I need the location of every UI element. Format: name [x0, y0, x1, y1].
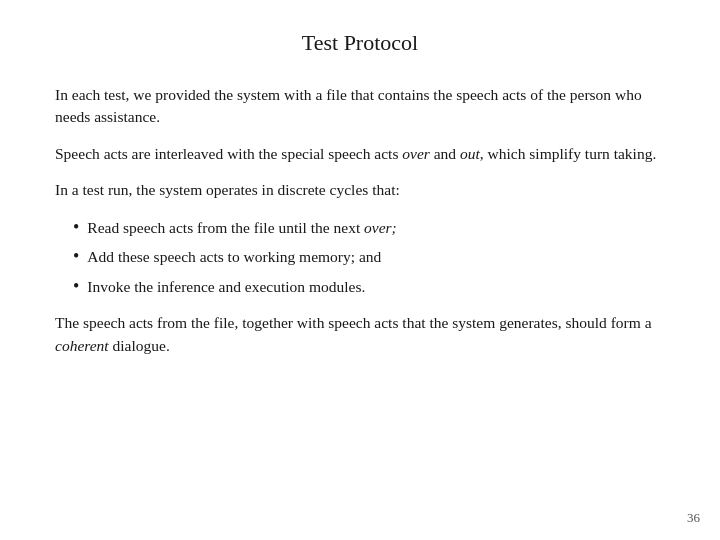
p2-mid: and: [430, 145, 460, 162]
bullet-dot-3: •: [73, 275, 79, 298]
paragraph-1: In each test, we provided the system wit…: [55, 84, 665, 129]
list-item: • Invoke the inference and execution mod…: [73, 275, 665, 298]
bullet-1-italic: over;: [364, 219, 397, 236]
bullet-text-3: Invoke the inference and execution modul…: [87, 275, 365, 298]
paragraph-3: In a test run, the system operates in di…: [55, 179, 665, 201]
paragraph-2: Speech acts are interleaved with the spe…: [55, 143, 665, 165]
bullet-text-1: Read speech acts from the file until the…: [87, 216, 396, 239]
slide: Test Protocol In each test, we provided …: [0, 0, 720, 540]
p-final-start: The speech acts from the file, together …: [55, 314, 652, 331]
list-item: • Add these speech acts to working memor…: [73, 245, 665, 268]
bullet-1-start: Read speech acts from the file until the…: [87, 219, 364, 236]
paragraph-final: The speech acts from the file, together …: [55, 312, 665, 357]
bullet-dot-2: •: [73, 245, 79, 268]
p-final-italic: coherent: [55, 337, 109, 354]
bullet-text-2: Add these speech acts to working memory;…: [87, 245, 381, 268]
p-final-end: dialogue.: [109, 337, 170, 354]
p2-over: over: [402, 145, 430, 162]
slide-title: Test Protocol: [55, 30, 665, 56]
page-number: 36: [687, 510, 700, 526]
list-item: • Read speech acts from the file until t…: [73, 216, 665, 239]
bullet-list: • Read speech acts from the file until t…: [73, 216, 665, 298]
p2-start: Speech acts are interleaved with the spe…: [55, 145, 402, 162]
bullet-dot-1: •: [73, 216, 79, 239]
p2-end: , which simplify turn taking.: [480, 145, 657, 162]
p2-out: out: [460, 145, 480, 162]
